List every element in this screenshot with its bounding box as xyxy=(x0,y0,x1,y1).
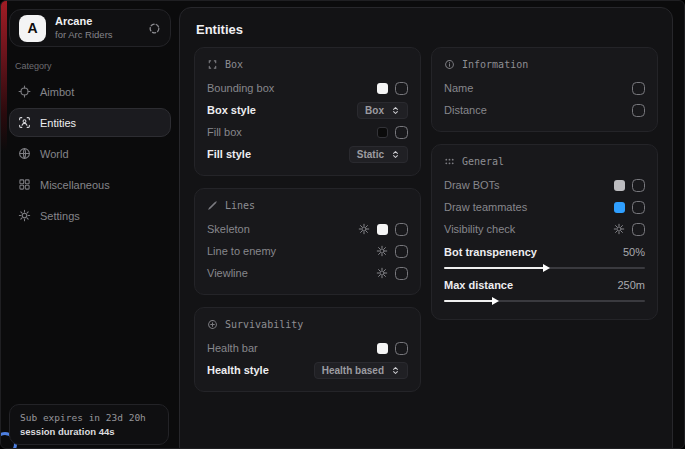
avatar: A xyxy=(19,15,46,42)
dropdown-value: Static xyxy=(357,149,384,160)
line-to-enemy-checkbox[interactable] xyxy=(395,245,408,258)
bot-transparency-slider[interactable] xyxy=(444,267,645,269)
unfold-icon xyxy=(391,150,400,159)
panel-general: General Draw BOTs Draw teammates xyxy=(431,144,658,320)
color-swatch[interactable] xyxy=(614,180,625,191)
health-icon xyxy=(207,319,218,330)
box-style-dropdown[interactable]: Box xyxy=(357,102,408,119)
gear-icon[interactable] xyxy=(376,267,388,279)
info-icon xyxy=(444,59,455,70)
sync-icon[interactable] xyxy=(148,22,161,35)
setting-row-health-style: Health style Health based xyxy=(207,359,408,381)
color-swatch[interactable] xyxy=(377,127,388,138)
setting-label: Bounding box xyxy=(207,82,274,94)
grid-dots-icon xyxy=(444,156,455,167)
panel-title: Box xyxy=(225,59,243,70)
setting-label: Box style xyxy=(207,104,256,116)
viewline-checkbox[interactable] xyxy=(395,267,408,280)
sidebar-item-label: Entities xyxy=(40,117,76,129)
sidebar-item-entities[interactable]: Entities xyxy=(9,108,171,137)
color-swatch[interactable] xyxy=(377,83,388,94)
gear-icon[interactable] xyxy=(613,223,625,235)
setting-row-name: Name xyxy=(444,77,645,99)
sidebar-item-label: World xyxy=(40,148,69,160)
setting-label: Draw teammates xyxy=(444,201,527,213)
setting-row-line-to-enemy: Line to enemy xyxy=(207,240,408,262)
name-checkbox[interactable] xyxy=(632,82,645,95)
setting-row-draw-bots: Draw BOTs xyxy=(444,174,645,196)
setting-label: Health style xyxy=(207,364,269,376)
subscription-card: Sub expires in 23d 20h session duration … xyxy=(9,404,169,445)
bounding-box-checkbox[interactable] xyxy=(395,82,408,95)
app-subtitle: for Arc Riders xyxy=(55,29,139,41)
setting-row-box-style: Box style Box xyxy=(207,99,408,121)
sidebar-item-label: Settings xyxy=(40,210,80,222)
setting-row-fill-style: Fill style Static xyxy=(207,143,408,165)
color-swatch[interactable] xyxy=(614,202,625,213)
sidebar-item-aimbot[interactable]: Aimbot xyxy=(9,77,171,106)
draw-teammates-checkbox[interactable] xyxy=(632,201,645,214)
slider-value: 250m xyxy=(617,279,645,291)
page-title: Entities xyxy=(196,22,658,37)
panel-information: Information Name Distance xyxy=(431,47,658,132)
sub-expiry-text: Sub expires in 23d 20h xyxy=(20,412,158,423)
sidebar-item-miscellaneous[interactable]: Miscellaneous xyxy=(9,170,171,199)
setting-row-distance: Distance xyxy=(444,99,645,121)
setting-label: Fill style xyxy=(207,148,251,160)
visibility-check-checkbox[interactable] xyxy=(632,223,645,236)
setting-row-viewline: Viewline xyxy=(207,262,408,284)
sidebar-item-settings[interactable]: Settings xyxy=(9,201,171,230)
setting-row-draw-teammates: Draw teammates xyxy=(444,196,645,218)
panel-title: General xyxy=(462,156,504,167)
setting-label: Max distance xyxy=(444,279,513,291)
setting-label: Distance xyxy=(444,104,487,116)
sidebar: A Arcane for Arc Riders Category Aimbot … xyxy=(1,1,179,449)
panel-title: Survivability xyxy=(225,319,303,330)
setting-label: Visibility check xyxy=(444,223,515,235)
crosshair-icon xyxy=(18,85,31,98)
skeleton-checkbox[interactable] xyxy=(395,223,408,236)
setting-row-bounding-box: Bounding box xyxy=(207,77,408,99)
gear-icon xyxy=(18,209,31,222)
health-bar-checkbox[interactable] xyxy=(395,342,408,355)
setting-row-skeleton: Skeleton xyxy=(207,218,408,240)
sidebar-item-label: Miscellaneous xyxy=(40,179,110,191)
setting-row-max-distance: Max distance 250m xyxy=(444,276,645,302)
sidebar-item-label: Aimbot xyxy=(40,86,74,98)
setting-label: Line to enemy xyxy=(207,245,276,257)
sidebar-item-world[interactable]: World xyxy=(9,139,171,168)
slider-value: 50% xyxy=(623,246,645,258)
panel-lines: Lines Skeleton Line to enemy xyxy=(194,188,421,295)
sidebar-nav: Aimbot Entities World Miscellaneous Sett… xyxy=(9,77,171,230)
slider-thumb[interactable] xyxy=(492,297,499,305)
gear-icon[interactable] xyxy=(358,223,370,235)
max-distance-slider[interactable] xyxy=(444,300,645,302)
color-swatch[interactable] xyxy=(377,224,388,235)
setting-row-visibility-check: Visibility check xyxy=(444,218,645,240)
box-icon xyxy=(207,59,218,70)
brand-card: A Arcane for Arc Riders xyxy=(9,9,171,47)
distance-checkbox[interactable] xyxy=(632,104,645,117)
setting-label: Viewline xyxy=(207,267,248,279)
color-swatch[interactable] xyxy=(377,343,388,354)
panel-survivability: Survivability Health bar Health style xyxy=(194,307,421,392)
unfold-icon xyxy=(391,106,400,115)
setting-row-health-bar: Health bar xyxy=(207,337,408,359)
app-window: A Arcane for Arc Riders Category Aimbot … xyxy=(0,0,685,449)
grid-icon xyxy=(18,178,31,191)
setting-label: Skeleton xyxy=(207,223,250,235)
fill-box-checkbox[interactable] xyxy=(395,126,408,139)
draw-bots-checkbox[interactable] xyxy=(632,179,645,192)
session-duration-text: session duration 44s xyxy=(20,426,158,437)
fill-style-dropdown[interactable]: Static xyxy=(349,146,408,163)
setting-row-bot-transparency: Bot transpenency 50% xyxy=(444,243,645,269)
category-label: Category xyxy=(15,61,171,71)
main-content: Entities Box Bounding box xyxy=(179,7,673,449)
dropdown-value: Box xyxy=(365,105,384,116)
setting-row-fill-box: Fill box xyxy=(207,121,408,143)
gear-icon[interactable] xyxy=(376,245,388,257)
dropdown-value: Health based xyxy=(322,365,384,376)
health-style-dropdown[interactable]: Health based xyxy=(314,362,408,379)
slider-thumb[interactable] xyxy=(543,264,550,272)
setting-label: Name xyxy=(444,82,473,94)
